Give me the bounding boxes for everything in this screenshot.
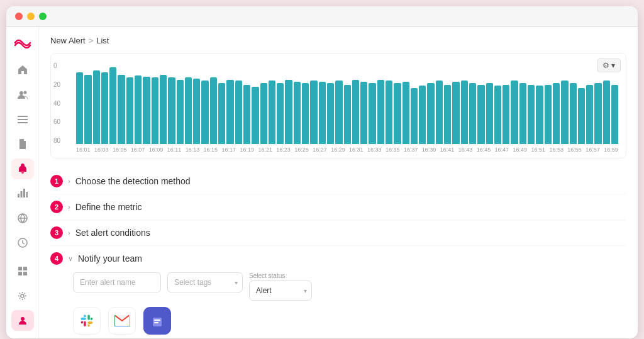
chart-bar	[319, 82, 326, 144]
chart-bar	[160, 75, 167, 145]
select-status-label: Select status	[249, 272, 312, 279]
select-status-inner: Alert Warning Info ▾	[249, 281, 312, 301]
chart-bar	[243, 85, 250, 144]
step-chevron-3: ›	[68, 229, 70, 236]
chart-bar	[469, 83, 476, 145]
chart-x-label: 16:03	[94, 147, 109, 153]
breadcrumb-part2: List	[96, 36, 109, 45]
sidebar-item-profile[interactable]	[11, 310, 34, 331]
chart-settings-button[interactable]: ⚙ ▾	[597, 58, 621, 72]
sidebar-item-alerts[interactable]	[11, 158, 34, 179]
gmail-channel-button[interactable]	[108, 307, 136, 335]
chart-bar	[260, 83, 267, 145]
chart-bar	[285, 80, 292, 144]
svg-rect-2	[18, 116, 28, 117]
step-row-1[interactable]: 1 › Choose the detection method	[50, 169, 626, 194]
steps-list: 1 › Choose the detection method 2 › Defi…	[50, 169, 626, 338]
step-row-4[interactable]: 4 ∨ Notify your team	[50, 246, 626, 272]
minimize-dot[interactable]	[27, 13, 35, 20]
chart-bar	[561, 81, 568, 144]
chart-x-label: 16:11	[167, 147, 182, 153]
step-label-1: Choose the detection method	[75, 176, 191, 186]
chart-bar	[553, 83, 560, 145]
chart-bar	[193, 79, 200, 144]
chart-bar	[143, 77, 150, 144]
chart-x-label: 16:19	[240, 147, 254, 153]
chart-bar	[185, 77, 192, 144]
select-status-dropdown[interactable]: Alert Warning Info	[249, 281, 312, 301]
chart-inner: 806040200	[76, 62, 618, 144]
chart-bar	[310, 81, 317, 144]
sidebar-item-grid[interactable]	[11, 260, 34, 281]
sidebar-item-history[interactable]	[11, 232, 34, 253]
teams-channel-button[interactable]	[143, 307, 171, 335]
sidebar-item-list[interactable]	[11, 109, 34, 130]
chart-bar	[519, 83, 526, 145]
chart-bar	[477, 85, 484, 144]
svg-rect-21	[154, 320, 160, 321]
chart-bars	[76, 62, 618, 144]
slack-channel-button[interactable]	[73, 307, 101, 335]
select-status-wrap: Select status Alert Warning Info ▾	[249, 272, 312, 301]
chart-bar	[419, 86, 426, 144]
svg-point-17	[21, 317, 25, 321]
chart-bar	[177, 80, 184, 144]
chart-x-label: 16:51	[531, 147, 545, 153]
step-row-2[interactable]: 2 › Define the metric	[50, 194, 626, 220]
chart-bar	[611, 85, 618, 144]
sidebar-item-analytics[interactable]	[11, 183, 34, 204]
step-badge-3: 3	[50, 226, 63, 239]
close-dot[interactable]	[15, 13, 23, 20]
sidebar-item-settings[interactable]	[11, 286, 34, 306]
sidebar-item-document[interactable]	[11, 133, 34, 154]
svg-rect-3	[18, 119, 28, 120]
chart-bar	[511, 81, 518, 144]
chart-bar	[294, 82, 301, 144]
chart-bar	[93, 70, 100, 144]
svg-rect-22	[154, 322, 158, 323]
sidebar-item-users[interactable]	[11, 84, 34, 105]
chart-y-label: 60	[53, 118, 60, 125]
chart-x-label: 16:27	[313, 147, 327, 153]
chart-bar	[84, 75, 91, 145]
chart-x-label: 16:45	[477, 147, 491, 153]
alert-name-input[interactable]	[73, 272, 161, 292]
chart-bar	[402, 82, 409, 144]
logo	[11, 35, 34, 51]
chart-x-label: 16:43	[458, 147, 473, 153]
chart-x-label: 16:15	[204, 147, 218, 153]
chart-bar	[218, 83, 225, 145]
chart-bar	[135, 75, 142, 144]
svg-rect-8	[26, 192, 28, 197]
chart-bar	[586, 85, 593, 144]
chart-bar	[486, 83, 493, 145]
chart-x-label: 16:25	[294, 147, 309, 153]
svg-rect-12	[18, 267, 22, 270]
step-row-3[interactable]: 3 › Set alert conditions	[50, 220, 626, 246]
notify-form: Select tags ▾ Select status Alert Warnin…	[50, 272, 626, 338]
chart-bar	[411, 88, 418, 144]
chart-bar	[369, 83, 375, 145]
sidebar-item-home[interactable]	[11, 60, 34, 81]
maximize-dot[interactable]	[39, 13, 47, 20]
chart-x-labels: 16:0116:0316:0516:0716:0916:1116:1316:15…	[76, 147, 618, 153]
select-tags-wrap: Select tags ▾	[167, 272, 243, 292]
chart-bar	[252, 87, 258, 144]
select-tags-dropdown[interactable]: Select tags	[167, 272, 243, 292]
chart-bar	[352, 80, 359, 144]
chart-bar	[101, 72, 108, 144]
step-badge-4: 4	[50, 252, 63, 265]
sidebar-item-globe[interactable]	[11, 208, 34, 228]
chart-bar	[277, 83, 284, 145]
chart-bar	[436, 81, 443, 144]
chart-x-label: 16:57	[586, 147, 600, 153]
chart-bar	[344, 85, 351, 144]
notify-row1: Select tags ▾ Select status Alert Warnin…	[73, 272, 626, 301]
chart-y-label: 40	[53, 100, 60, 107]
chart-bar	[502, 85, 509, 144]
step-4-expanded: 4 ∨ Notify your team Select tags ▾	[50, 246, 626, 338]
chart-bar	[444, 85, 451, 144]
chart-bar	[545, 85, 552, 144]
chart-x-label: 16:41	[440, 147, 455, 153]
step-label-2: Define the metric	[75, 202, 142, 212]
